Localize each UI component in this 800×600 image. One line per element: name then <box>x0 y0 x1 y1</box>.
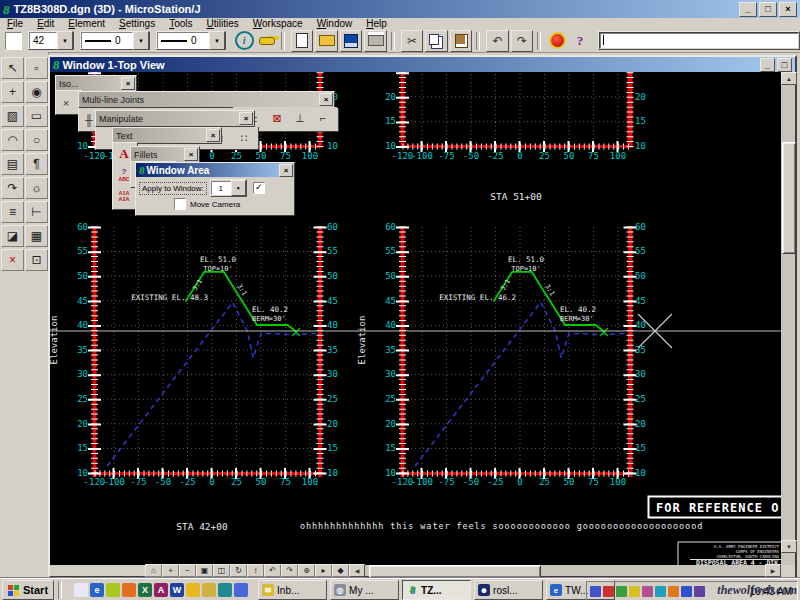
scroll-down-icon[interactable]: ▼ <box>781 540 797 553</box>
tool-button[interactable]: ◠ <box>1 129 24 151</box>
vertical-scrollbar[interactable]: ▲ ▼ <box>781 72 795 565</box>
tool-button[interactable]: ↷ <box>1 177 24 199</box>
view-control-button[interactable]: ↷ <box>281 564 298 577</box>
tray-icon[interactable] <box>642 586 653 597</box>
quick-launch-icon[interactable]: A <box>154 583 168 597</box>
tool-button[interactable]: ○ <box>25 129 48 151</box>
view-control-button[interactable]: − <box>179 564 196 577</box>
level-combo[interactable]: 42 ▼ <box>28 31 74 50</box>
edit-text-button[interactable]: A1AA2A <box>113 185 135 206</box>
chevron-down-icon[interactable]: ▼ <box>133 31 149 50</box>
close-icon[interactable]: × <box>121 77 135 90</box>
vertical-scroll-thumb[interactable] <box>782 142 796 254</box>
view-control-button[interactable]: ↶ <box>264 564 281 577</box>
close-icon[interactable]: × <box>279 164 293 177</box>
tool-button[interactable]: ▫ <box>25 57 48 79</box>
view-control-button[interactable]: ▸ <box>315 564 332 577</box>
save-button[interactable] <box>340 30 363 52</box>
open-file-button[interactable] <box>315 30 338 52</box>
chevron-down-icon[interactable]: ▼ <box>57 31 73 50</box>
tool-button[interactable]: × <box>56 93 76 112</box>
view-maximize-button[interactable]: □ <box>777 58 792 72</box>
tool-button[interactable]: ▨ <box>1 105 24 127</box>
tool-button[interactable]: ▤ <box>1 153 24 175</box>
accudraw-button[interactable] <box>547 31 568 51</box>
scroll-up-icon[interactable]: ▲ <box>781 72 797 85</box>
tool-button[interactable]: ▭ <box>25 105 48 127</box>
tool-button[interactable]: ≡ <box>1 201 24 223</box>
close-icon[interactable]: × <box>206 129 220 142</box>
menu-item[interactable]: File <box>0 18 30 29</box>
paste-button[interactable] <box>450 30 473 52</box>
tool-button[interactable]: + <box>1 81 24 103</box>
access-key-button[interactable] <box>256 31 277 51</box>
quick-launch-icon[interactable] <box>218 583 232 597</box>
tool-button[interactable]: ⊢ <box>25 201 48 223</box>
quick-launch-icon[interactable] <box>122 583 136 597</box>
tool-button[interactable]: ∷ <box>234 129 254 148</box>
close-icon[interactable]: × <box>184 148 198 161</box>
tray-icon[interactable] <box>590 586 601 597</box>
apply-checkbox[interactable]: ✓ <box>253 182 265 194</box>
quick-launch-icon[interactable] <box>106 583 120 597</box>
horizontal-scrollbar[interactable]: ⌂+−▣◫↻↕↶↷⊕▸◆ ◀ ▶ <box>50 565 781 576</box>
active-color-swatch[interactable] <box>5 32 22 50</box>
task-inbox[interactable]: ✉Inb... <box>258 580 327 600</box>
tool-button[interactable]: ◉ <box>25 81 48 103</box>
tool-button[interactable]: ⌐ <box>313 109 333 128</box>
start-button[interactable]: Start <box>2 580 54 600</box>
quick-launch-icon[interactable] <box>74 583 88 597</box>
close-icon[interactable]: × <box>239 112 253 125</box>
tool-button[interactable]: ⊠ <box>267 109 287 128</box>
tray-icon[interactable] <box>655 586 666 597</box>
view-control-button[interactable]: ◆ <box>332 564 349 577</box>
tool-button[interactable]: ◪ <box>1 225 24 247</box>
quick-launch-icon[interactable] <box>186 583 200 597</box>
quick-launch-icon[interactable]: X <box>138 583 152 597</box>
tray-icon[interactable] <box>603 586 614 597</box>
print-button[interactable] <box>364 30 387 52</box>
help-button[interactable]: ? <box>570 31 591 51</box>
tray-icon[interactable] <box>681 586 692 597</box>
window-area-dialog[interactable]: 8 Window Area × Apply to Window: 1 ▼ ✓ M… <box>135 162 295 216</box>
line-style-combo[interactable]: 0 ▼ <box>80 31 150 50</box>
view-minimize-button[interactable]: _ <box>760 58 775 72</box>
tray-icon[interactable] <box>668 586 679 597</box>
menu-item[interactable]: Element <box>61 18 112 29</box>
horizontal-scroll-track[interactable] <box>365 565 765 576</box>
dialog-titlebar[interactable]: 8 Window Area × <box>136 163 294 177</box>
view-control-button[interactable]: ↕ <box>247 564 264 577</box>
apply-to-window-select[interactable]: 1 ▼ <box>210 179 247 197</box>
quick-launch-icon[interactable] <box>234 583 248 597</box>
menu-item[interactable]: Help <box>359 18 394 29</box>
tool-button[interactable]: ⊡ <box>25 249 48 271</box>
tool-button[interactable]: ¶ <box>25 153 48 175</box>
copy-button[interactable] <box>425 30 448 52</box>
quick-launch-icon[interactable]: W <box>170 583 184 597</box>
view-control-button[interactable]: ▣ <box>196 564 213 577</box>
view-control-button[interactable]: ↻ <box>230 564 247 577</box>
menu-item[interactable]: Tools <box>162 18 199 29</box>
new-file-button[interactable] <box>291 30 314 52</box>
menu-item[interactable]: Window <box>310 18 360 29</box>
maximize-button[interactable]: □ <box>759 2 777 17</box>
keyin-input[interactable] <box>599 32 799 49</box>
tool-button[interactable]: × <box>1 249 24 271</box>
analyze-element-button[interactable]: i <box>234 31 255 51</box>
minimize-button[interactable]: _ <box>739 2 757 17</box>
tool-button[interactable]: ⊥ <box>290 109 310 128</box>
tray-icon[interactable] <box>694 586 705 597</box>
view-titlebar[interactable]: 8 Window 1-Top View _ □ <box>50 57 795 72</box>
task-my-computer[interactable]: ◎My ... <box>330 580 399 600</box>
view-control-button[interactable]: ⊕ <box>298 564 315 577</box>
close-icon[interactable]: × <box>319 93 333 106</box>
scroll-right-icon[interactable]: ▶ <box>765 564 781 577</box>
menu-item[interactable]: Utilities <box>200 18 246 29</box>
view-control-button[interactable]: ◫ <box>213 564 230 577</box>
tool-button[interactable]: ↖ <box>1 57 24 79</box>
move-camera-checkbox[interactable] <box>174 198 186 210</box>
quick-launch-icon[interactable] <box>202 583 216 597</box>
menu-item[interactable]: Workspace <box>246 18 310 29</box>
quick-launch-icon[interactable]: e <box>90 583 104 597</box>
close-button[interactable]: × <box>779 2 797 17</box>
